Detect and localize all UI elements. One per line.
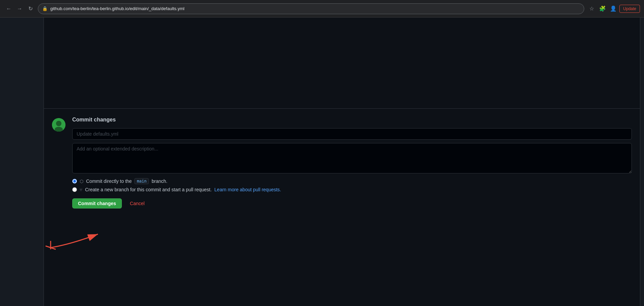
update-button[interactable]: Update (619, 5, 640, 13)
commit-message-input[interactable] (72, 128, 632, 140)
page-content: Commit changes ⬡ Commit directly to the … (0, 18, 644, 306)
bookmark-icon[interactable]: ☆ (587, 4, 596, 13)
back-button[interactable]: ← (4, 4, 14, 13)
url-text: github.com/tea-berlin/tea-berlin.github.… (50, 6, 580, 11)
commit-panel-title: Commit changes (72, 117, 632, 123)
avatar-column (44, 117, 65, 298)
commit-panel: Commit changes ⬡ Commit directly to the … (44, 109, 640, 306)
commit-direct-label: Commit directly to the (86, 178, 132, 184)
git-branch-icon: ⬡ (80, 179, 83, 184)
commit-options: ⬡ Commit directly to the main branch. ⑂ … (72, 178, 632, 192)
commit-direct-suffix: branch. (152, 178, 167, 184)
forward-button[interactable]: → (15, 4, 24, 13)
profile-icon[interactable]: 👤 (609, 4, 618, 13)
browser-chrome: ← → ↻ 🔒 github.com/tea-berlin/tea-berlin… (0, 0, 644, 18)
extensions-icon[interactable]: 🧩 (598, 4, 607, 13)
commit-changes-button[interactable]: Commit changes (72, 198, 122, 208)
nav-buttons: ← → ↻ (4, 4, 35, 13)
reload-button[interactable]: ↻ (26, 4, 35, 13)
right-scrollbar[interactable] (640, 18, 644, 306)
branch-badge: main (134, 178, 149, 184)
commit-form: Commit changes ⬡ Commit directly to the … (72, 117, 632, 298)
cancel-button[interactable]: Cancel (125, 199, 150, 208)
editor-area (44, 18, 640, 109)
commit-pr-option: ⑂ Create a new branch for this commit an… (72, 187, 632, 192)
learn-more-link[interactable]: Learn more about pull requests. (214, 187, 281, 192)
lock-icon: 🔒 (42, 6, 48, 11)
commit-pr-radio[interactable] (72, 187, 77, 192)
commit-description-input[interactable] (72, 143, 632, 173)
commit-direct-radio[interactable] (72, 179, 77, 184)
svg-point-1 (56, 121, 61, 126)
avatar (52, 118, 65, 132)
main-area: Commit changes ⬡ Commit directly to the … (44, 18, 640, 306)
browser-actions: ☆ 🧩 👤 Update (587, 4, 640, 13)
address-bar[interactable]: 🔒 github.com/tea-berlin/tea-berlin.githu… (38, 3, 584, 14)
commit-direct-option: ⬡ Commit directly to the main branch. (72, 178, 632, 184)
action-buttons: Commit changes Cancel (72, 198, 632, 208)
commit-pr-label: Create a new branch for this commit and … (85, 187, 212, 192)
git-pr-icon: ⑂ (80, 187, 82, 192)
avatar-image (52, 118, 65, 132)
left-sidebar (0, 18, 44, 306)
